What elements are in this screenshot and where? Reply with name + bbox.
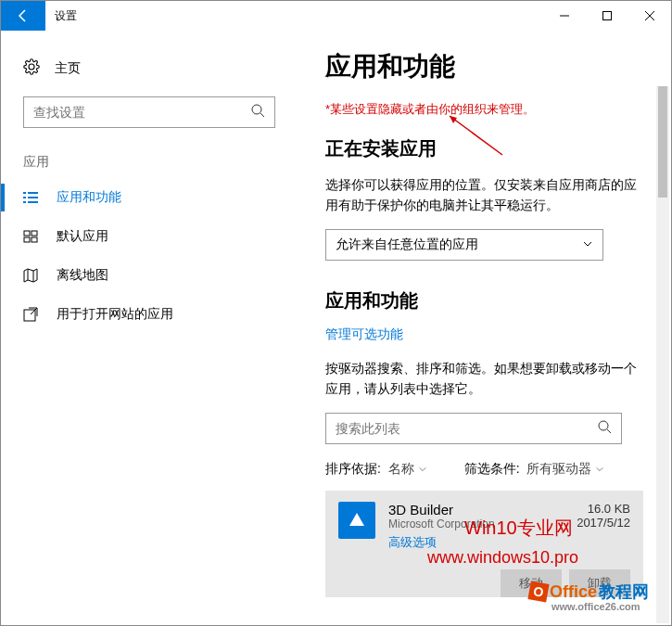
search-icon: [597, 419, 612, 438]
window-title: 设置: [45, 1, 86, 31]
install-source-dropdown[interactable]: 允许来自任意位置的应用: [325, 229, 603, 261]
dropdown-value: 允许来自任意位置的应用: [336, 236, 478, 253]
sidebar-item-label: 用于打开网站的应用: [57, 306, 173, 323]
app-name: 3D Builder: [388, 502, 564, 517]
apps-desc: 按驱动器搜索、排序和筛选。如果想要卸载或移动一个应用，请从列表中选择它。: [325, 358, 643, 400]
app-advanced-link[interactable]: 高级选项: [388, 534, 564, 551]
app-list-item[interactable]: 3D Builder Microsoft Corporation 高级选项 16…: [325, 491, 643, 562]
gear-icon: [23, 58, 40, 78]
map-icon: [23, 268, 38, 283]
search-settings-input[interactable]: [33, 105, 250, 120]
search-icon: [250, 103, 265, 121]
svg-rect-7: [28, 192, 38, 194]
app-publisher: Microsoft Corporation: [388, 517, 564, 530]
manage-optional-link[interactable]: 管理可选功能: [325, 326, 643, 343]
category-label: 应用: [1, 147, 298, 178]
app-icon: [338, 502, 375, 539]
scrollbar[interactable]: [656, 86, 669, 623]
back-button[interactable]: [1, 1, 45, 31]
sidebar-item-label: 离线地图: [57, 267, 108, 284]
svg-rect-14: [24, 237, 30, 242]
filter-label: 筛选条件:: [464, 461, 520, 476]
maximize-button[interactable]: [586, 1, 628, 31]
sidebar-item-label: 默认应用: [57, 228, 108, 245]
sidebar-item-offline-maps[interactable]: 离线地图: [1, 256, 298, 295]
svg-point-4: [252, 105, 261, 114]
search-apps-input[interactable]: [336, 421, 597, 436]
filter-value: 所有驱动器: [526, 461, 591, 476]
sort-value: 名称: [388, 461, 414, 476]
installing-apps-heading: 正在安装应用: [325, 136, 643, 161]
filter-control[interactable]: 筛选条件: 所有驱动器: [464, 461, 605, 478]
search-apps-box[interactable]: [325, 413, 622, 444]
home-label: 主页: [55, 60, 81, 77]
home-link[interactable]: 主页: [1, 49, 298, 87]
installing-apps-desc: 选择你可以获得应用的位置。仅安装来自应用商店的应用有助于保护你的电脑并让其平稳运…: [325, 174, 643, 216]
open-icon: [23, 307, 38, 322]
page-heading: 应用和功能: [325, 49, 643, 84]
svg-rect-9: [28, 197, 38, 198]
svg-rect-15: [32, 237, 37, 242]
svg-line-21: [607, 429, 611, 433]
svg-rect-11: [28, 201, 38, 203]
sort-control[interactable]: 排序依据: 名称: [325, 461, 427, 478]
move-button[interactable]: 移动: [501, 569, 562, 597]
svg-point-20: [599, 421, 608, 430]
apps-features-heading: 应用和功能: [325, 288, 643, 313]
svg-line-5: [260, 113, 264, 117]
search-settings-box[interactable]: [23, 96, 275, 128]
sidebar-item-apps-for-websites[interactable]: 用于打开网站的应用: [1, 295, 298, 334]
svg-rect-13: [32, 231, 37, 236]
sidebar-item-apps-features[interactable]: 应用和功能: [1, 178, 298, 217]
sort-label: 排序依据:: [325, 461, 381, 476]
list-icon: [23, 190, 38, 205]
svg-rect-10: [23, 201, 26, 203]
svg-rect-1: [603, 12, 612, 20]
scrollbar-thumb[interactable]: [658, 86, 667, 198]
svg-line-19: [31, 308, 37, 314]
defaults-icon: [23, 229, 38, 244]
main-content: 应用和功能 *某些设置隐藏或者由你的组织来管理。 正在安装应用 选择你可以获得应…: [298, 31, 671, 625]
svg-rect-6: [23, 192, 26, 194]
uninstall-button[interactable]: 卸载: [569, 569, 630, 597]
app-size: 16.0 KB: [577, 502, 630, 516]
chevron-down-icon: [582, 237, 593, 252]
svg-rect-12: [24, 231, 30, 236]
app-date: 2017/5/12: [577, 516, 630, 530]
sidebar-item-default-apps[interactable]: 默认应用: [1, 217, 298, 256]
minimize-button[interactable]: [543, 1, 586, 31]
sidebar-item-label: 应用和功能: [57, 189, 121, 206]
close-button[interactable]: [628, 1, 671, 31]
svg-rect-8: [23, 197, 26, 198]
sidebar: 主页 应用 应用和功能 默认应用 离线地图: [1, 31, 298, 625]
managed-warning: *某些设置隐藏或者由你的组织来管理。: [325, 101, 643, 118]
